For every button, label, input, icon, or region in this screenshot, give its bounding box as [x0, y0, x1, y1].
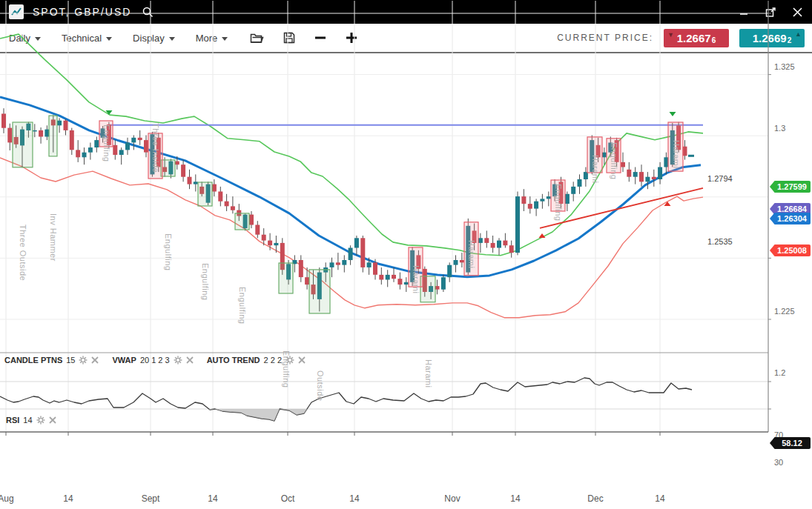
close-icon[interactable]: [91, 356, 99, 364]
gear-icon[interactable]: [174, 356, 182, 365]
pattern-label: Harami: [424, 359, 433, 387]
pattern-label: Engulfing: [102, 124, 111, 162]
trend-price-label: 1.2535: [707, 237, 733, 246]
gear-icon[interactable]: [79, 356, 88, 365]
x-axis-label: Aug: [0, 493, 14, 504]
pattern-label: Harami: [412, 265, 420, 293]
y-axis-label: 1.325: [774, 62, 795, 71]
indicator-candle-ptns: CANDLE PTNS15: [4, 356, 99, 365]
app-window: { "window": {"title": "SPOT, GBP/USD"}, …: [0, 0, 812, 509]
indicator-name: VWAP: [112, 356, 136, 365]
rsi-value-badge: 58.12: [770, 437, 811, 449]
pattern-label: Engulfing: [164, 233, 173, 270]
y-axis-label: 1.225: [774, 307, 795, 316]
pattern-label: Inv Hammer: [49, 213, 58, 262]
pattern-box: [309, 270, 330, 313]
indicator-auto-trend: AUTO TREND2 2 2: [207, 356, 306, 365]
pattern-label: Outside: [316, 370, 325, 401]
indicator-name: AUTO TREND: [207, 356, 260, 365]
rsi-level-label: 30: [774, 458, 783, 467]
x-axis-label: Dec: [587, 493, 603, 504]
pattern-label: Engulfing: [554, 184, 563, 221]
indicator-rsi: RSI14: [6, 416, 56, 425]
rsi-line: [0, 378, 692, 421]
close-icon[interactable]: [298, 356, 306, 364]
pattern-label: Harami: [591, 155, 600, 183]
indicator-params: 14: [23, 416, 32, 425]
pattern-box: [13, 122, 33, 167]
pattern-label: Three Inside: [151, 123, 160, 173]
close-icon[interactable]: [49, 416, 56, 424]
pattern-box: [49, 116, 57, 156]
pattern-label: Engulfing: [610, 142, 618, 179]
close-icon[interactable]: [186, 356, 194, 364]
price-chart[interactable]: [0, 0, 812, 456]
x-axis-label: 14: [208, 493, 217, 504]
main-indicator-row: CANDLE PTNS15VWAP20 1 2 3AUTO TREND2 2 2: [4, 356, 306, 365]
gear-icon[interactable]: [285, 356, 294, 365]
x-axis-label: 14: [655, 493, 664, 504]
indicator-params: 15: [66, 356, 75, 365]
y-axis-label: 1.3: [774, 124, 785, 133]
down-signal-marker: [670, 112, 676, 116]
pattern-label: Harami: [467, 240, 476, 268]
pattern-box: [235, 213, 249, 230]
pattern-label: Three Outside: [19, 224, 27, 281]
x-axis-label: 14: [349, 493, 359, 504]
last-price-marker: [688, 155, 694, 157]
x-axis-label: Nov: [444, 493, 460, 504]
x-axis-label: Sept: [142, 493, 160, 504]
indicator-name: CANDLE PTNS: [4, 356, 62, 365]
rsi-indicator-row: RSI14: [6, 416, 56, 425]
pattern-box: [161, 160, 175, 176]
pattern-box: [198, 182, 212, 206]
x-axis-label: Oct: [281, 493, 295, 504]
x-axis-label: 14: [510, 493, 520, 504]
rsi-oversold-fill: [215, 409, 280, 421]
indicator-vwap: VWAP20 1 2 3: [112, 356, 193, 365]
price-badge: 1.26304: [770, 213, 811, 224]
price-badge: 1.27599: [770, 181, 811, 193]
y-axis-label: 1.2: [774, 368, 785, 377]
pattern-label: Engulfing: [238, 287, 247, 324]
indicator-params: 2 2 2: [264, 356, 282, 365]
pattern-box: [279, 263, 293, 293]
price-badge: 1.25008: [770, 244, 811, 256]
x-axis-label: 14: [63, 493, 73, 504]
indicator-name: RSI: [6, 416, 19, 425]
pattern-label: Harami: [672, 140, 681, 168]
pattern-label: Engulfing: [201, 263, 210, 300]
resistance-price-label: 1.2794: [707, 174, 733, 183]
gear-icon[interactable]: [36, 416, 45, 425]
indicator-params: 20 1 2 3: [140, 356, 170, 365]
